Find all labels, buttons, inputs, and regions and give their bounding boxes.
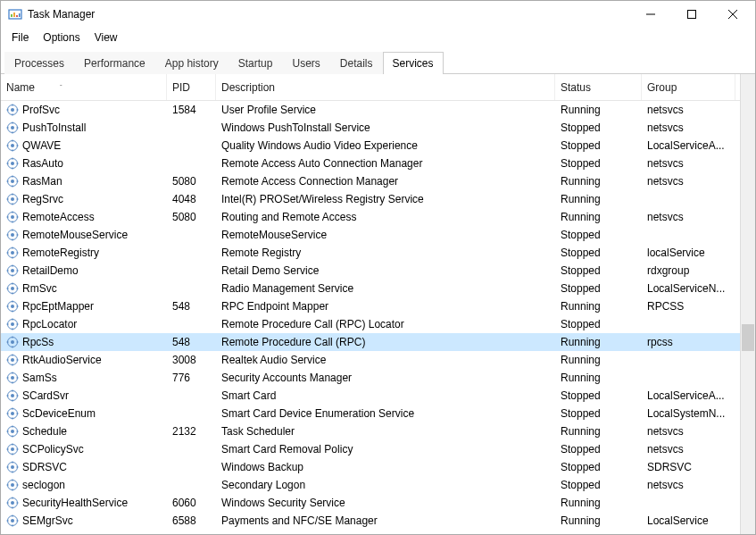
table-row[interactable]: ScDeviceEnumSmart Card Device Enumeratio… [1,405,740,422]
tab-startup[interactable]: Startup [228,52,283,74]
service-pid: 1584 [167,104,216,116]
svg-point-58 [11,251,14,255]
service-name: SCPolicySvc [22,443,84,456]
service-pid: 4048 [167,193,216,205]
service-gear-icon [6,300,19,313]
service-group: rpcss [642,336,735,348]
table-row[interactable]: RemoteRegistryRemote RegistryStoppedloca… [1,244,740,262]
header-name-label: Name [6,81,35,94]
table-row[interactable]: SCPolicySvcSmart Card Removal PolicyStop… [1,440,740,458]
service-description: Intel(R) PROSet/Wireless Registry Servic… [216,193,555,205]
service-description: Remote Access Connection Manager [216,175,555,188]
service-gear-icon [6,211,19,223]
service-status: Stopped [555,389,642,402]
service-pid: 5080 [167,175,216,188]
table-row[interactable]: RasMan5080Remote Access Connection Manag… [1,172,740,190]
service-gear-icon [6,175,19,188]
minimize-button[interactable] [630,1,671,28]
service-gear-icon [6,389,19,402]
service-pid: 548 [167,300,216,313]
table-row[interactable]: ProfSvc1584User Profile ServiceRunningne… [1,101,740,119]
table-row[interactable]: RemoteMouseServiceRemoteMouseServiceStop… [1,226,740,244]
table-row[interactable]: RtkAudioService3008Realtek Audio Service… [1,351,740,369]
menu-options[interactable]: Options [36,29,87,46]
service-description: RPC Endpoint Mapper [216,300,555,313]
service-status: Stopped [555,479,642,491]
vertical-scrollbar[interactable] [740,74,755,534]
table-row[interactable]: RegSrvc4048Intel(R) PROSet/Wireless Regi… [1,190,740,208]
service-status: Running [555,372,642,384]
service-group: LocalServiceA... [642,389,735,402]
services-table[interactable]: Nameˆ PID Description Status Group ProfS… [1,74,740,534]
service-group: rdxgroup [642,264,735,277]
table-row[interactable]: seclogonSecondary LogonStoppednetsvcs [1,476,740,494]
header-pid[interactable]: PID [167,74,216,100]
table-row[interactable]: SDRSVCWindows BackupStoppedSDRSVC [1,458,740,476]
svg-point-52 [11,233,14,237]
close-button[interactable] [712,1,753,28]
service-name: PushToInstall [22,121,86,134]
table-row[interactable]: RasAutoRemote Access Auto Connection Man… [1,155,740,172]
service-group: RPCSS [642,300,735,313]
table-row[interactable]: SamSs776Security Accounts ManagerRunning [1,369,740,387]
header-name[interactable]: Nameˆ [1,74,167,100]
header-description[interactable]: Description [216,74,555,100]
service-group: LocalServiceN... [642,282,735,295]
service-group: netsvcs [642,157,735,170]
service-group: netsvcs [642,104,735,116]
tab-processes[interactable]: Processes [4,52,74,74]
tab-users[interactable]: Users [282,52,329,74]
service-status: Running [555,193,642,205]
header-group[interactable]: Group [642,74,735,100]
tab-app-history[interactable]: App history [155,52,228,74]
tab-details[interactable]: Details [330,52,383,74]
svg-point-70 [11,287,14,290]
table-row[interactable]: SecurityHealthService6060Windows Securit… [1,494,740,512]
menu-file[interactable]: File [4,29,36,46]
table-row[interactable]: RpcSs548Remote Procedure Call (RPC)Runni… [1,333,740,351]
service-group: netsvcs [642,175,735,188]
service-pid: 2132 [167,425,216,438]
service-group: LocalSystemN... [642,407,735,420]
service-name: ScDeviceEnum [22,407,96,420]
tab-services[interactable]: Services [383,52,444,74]
svg-point-88 [11,340,14,344]
service-pid: 6060 [167,497,216,509]
service-pid: 3008 [167,354,216,366]
table-row[interactable]: RmSvcRadio Management ServiceStoppedLoca… [1,280,740,297]
service-group: netsvcs [642,211,735,223]
service-name: SCardSvr [22,389,69,402]
maximize-button[interactable] [671,1,712,28]
service-name: RegSrvc [22,193,63,205]
window-title: Task Manager [28,8,630,21]
table-row[interactable]: SCardSvrSmart CardStoppedLocalServiceA..… [1,387,740,405]
svg-point-22 [11,144,14,147]
table-row[interactable]: RetailDemoRetail Demo ServiceStoppedrdxg… [1,262,740,280]
table-row[interactable]: RpcLocatorRemote Procedure Call (RPC) Lo… [1,315,740,333]
service-gear-icon [6,193,19,205]
service-name: RemoteRegistry [22,247,99,259]
window-controls [630,1,753,28]
titlebar[interactable]: Task Manager [1,1,755,28]
service-gear-icon [6,514,19,527]
service-status: Stopped [555,443,642,456]
table-row[interactable]: RemoteAccess5080Routing and Remote Acces… [1,208,740,226]
service-description: RemoteMouseService [216,229,555,241]
service-status: Running [555,497,642,509]
service-gear-icon [6,282,19,295]
service-description: Windows Security Service [216,497,555,509]
menu-view[interactable]: View [87,29,125,46]
table-row[interactable]: RpcEptMapper548RPC Endpoint MapperRunnin… [1,297,740,315]
table-row[interactable]: Schedule2132Task SchedulerRunningnetsvcs [1,422,740,440]
table-row[interactable]: QWAVEQuality Windows Audio Video Experie… [1,137,740,155]
tab-performance[interactable]: Performance [74,52,155,74]
table-row[interactable]: SEMgrSvc6588Payments and NFC/SE ManagerR… [1,512,740,530]
service-gear-icon [6,479,19,491]
svg-point-82 [11,322,14,326]
service-name: RasMan [22,175,62,188]
header-status[interactable]: Status [555,74,642,100]
scrollbar-thumb[interactable] [742,324,754,351]
service-gear-icon [6,104,19,116]
table-row[interactable]: PushToInstallWindows PushToInstall Servi… [1,119,740,137]
service-name: SecurityHealthService [22,497,128,509]
